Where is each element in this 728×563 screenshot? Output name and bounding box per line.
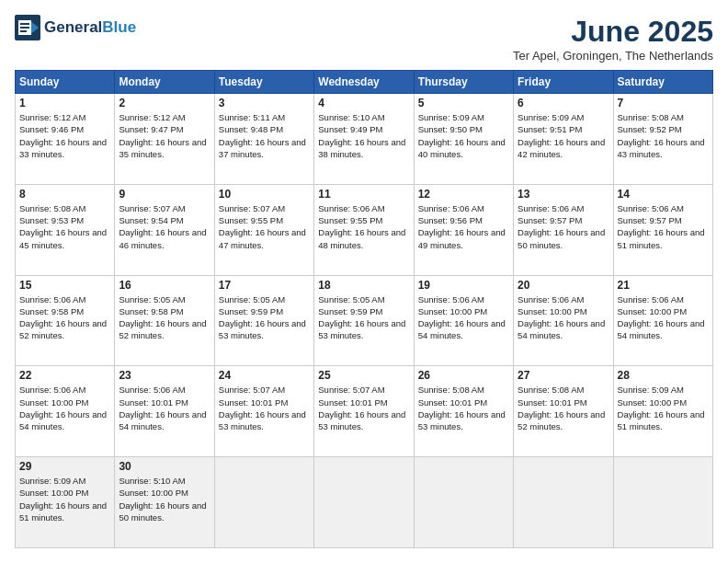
sunrise-label: Sunrise: 5:05 AM [219, 294, 285, 304]
day-number: 14 [618, 188, 709, 201]
sunset-label: Sunset: 9:58 PM [119, 306, 183, 316]
sunset-label: Sunset: 9:47 PM [119, 124, 183, 134]
sunset-label: Sunset: 10:01 PM [418, 397, 488, 408]
day-number: 15 [19, 279, 110, 292]
sunset-label: Sunset: 9:53 PM [19, 215, 84, 225]
table-row [314, 457, 414, 548]
day-number: 20 [518, 279, 609, 292]
day-info: Sunrise: 5:12 AM Sunset: 9:47 PM Dayligh… [119, 111, 210, 160]
table-row: 4 Sunrise: 5:10 AM Sunset: 9:49 PM Dayli… [314, 94, 414, 185]
daylight-label: Daylight: 16 hours and 50 minutes. [518, 227, 605, 249]
day-number: 30 [119, 460, 210, 473]
day-info: Sunrise: 5:10 AM Sunset: 10:00 PM Daylig… [119, 475, 210, 523]
daylight-label: Daylight: 16 hours and 53 minutes. [318, 409, 405, 431]
table-row: 29 Sunrise: 5:09 AM Sunset: 10:00 PM Day… [16, 457, 115, 548]
header: GeneralBlue June 2025 Ter Apel, Groninge… [15, 15, 713, 63]
day-info: Sunrise: 5:07 AM Sunset: 9:55 PM Dayligh… [219, 202, 310, 251]
day-info: Sunrise: 5:08 AM Sunset: 9:52 PM Dayligh… [618, 111, 709, 160]
sunrise-label: Sunrise: 5:06 AM [618, 203, 684, 213]
daylight-label: Daylight: 16 hours and 40 minutes. [418, 137, 506, 159]
logo: GeneralBlue [15, 15, 136, 40]
sunrise-label: Sunrise: 5:12 AM [19, 112, 85, 122]
sunrise-label: Sunrise: 5:06 AM [518, 203, 584, 213]
day-info: Sunrise: 5:08 AM Sunset: 9:53 PM Dayligh… [19, 202, 110, 251]
day-number: 19 [418, 279, 509, 292]
daylight-label: Daylight: 16 hours and 45 minutes. [19, 227, 107, 249]
sunrise-label: Sunrise: 5:06 AM [119, 385, 185, 395]
day-number: 18 [318, 279, 409, 292]
logo-icon [15, 15, 40, 40]
day-info: Sunrise: 5:05 AM Sunset: 9:59 PM Dayligh… [318, 293, 409, 342]
col-wednesday: Wednesday [314, 71, 414, 94]
location: Ter Apel, Groningen, The Netherlands [513, 49, 713, 63]
svg-rect-4 [20, 27, 29, 29]
col-friday: Friday [514, 71, 613, 94]
table-row: 25 Sunrise: 5:07 AM Sunset: 10:01 PM Day… [314, 366, 414, 457]
sunset-label: Sunset: 9:56 PM [418, 215, 483, 225]
day-info: Sunrise: 5:10 AM Sunset: 9:49 PM Dayligh… [318, 111, 409, 160]
daylight-label: Daylight: 16 hours and 46 minutes. [119, 227, 206, 249]
table-row: 5 Sunrise: 5:09 AM Sunset: 9:50 PM Dayli… [414, 94, 513, 185]
sunrise-label: Sunrise: 5:05 AM [318, 294, 384, 304]
sunrise-label: Sunrise: 5:07 AM [119, 203, 185, 213]
sunrise-label: Sunrise: 5:08 AM [418, 385, 484, 395]
day-number: 10 [219, 188, 310, 201]
sunset-label: Sunset: 9:46 PM [19, 124, 84, 134]
table-row: 7 Sunrise: 5:08 AM Sunset: 9:52 PM Dayli… [613, 94, 712, 185]
daylight-label: Daylight: 16 hours and 38 minutes. [318, 137, 405, 159]
day-info: Sunrise: 5:08 AM Sunset: 10:01 PM Daylig… [418, 384, 509, 432]
day-info: Sunrise: 5:08 AM Sunset: 10:01 PM Daylig… [518, 384, 609, 432]
sunrise-label: Sunrise: 5:07 AM [219, 203, 285, 213]
sunrise-label: Sunrise: 5:08 AM [19, 203, 85, 213]
day-number: 22 [19, 369, 110, 382]
calendar-table: Sunday Monday Tuesday Wednesday Thursday… [15, 70, 713, 548]
day-info: Sunrise: 5:07 AM Sunset: 9:54 PM Dayligh… [119, 202, 210, 251]
day-number: 29 [19, 460, 110, 473]
sunrise-label: Sunrise: 5:05 AM [119, 294, 185, 304]
sunset-label: Sunset: 10:01 PM [219, 397, 289, 408]
table-row [613, 457, 712, 548]
day-info: Sunrise: 5:06 AM Sunset: 10:00 PM Daylig… [418, 293, 509, 342]
sunrise-label: Sunrise: 5:09 AM [518, 112, 584, 122]
daylight-label: Daylight: 16 hours and 52 minutes. [518, 409, 605, 431]
sunset-label: Sunset: 10:01 PM [119, 397, 188, 408]
sunset-label: Sunset: 9:55 PM [318, 215, 382, 225]
daylight-label: Daylight: 16 hours and 42 minutes. [518, 137, 605, 159]
sunrise-label: Sunrise: 5:08 AM [518, 385, 584, 395]
col-saturday: Saturday [613, 71, 712, 94]
table-row: 20 Sunrise: 5:06 AM Sunset: 10:00 PM Day… [514, 275, 613, 366]
daylight-label: Daylight: 16 hours and 51 minutes. [618, 227, 705, 249]
daylight-label: Daylight: 16 hours and 35 minutes. [119, 137, 206, 159]
day-info: Sunrise: 5:06 AM Sunset: 10:00 PM Daylig… [518, 293, 609, 342]
sunrise-label: Sunrise: 5:10 AM [318, 112, 384, 122]
daylight-label: Daylight: 16 hours and 37 minutes. [219, 137, 306, 159]
sunrise-label: Sunrise: 5:09 AM [618, 385, 684, 395]
day-number: 8 [19, 188, 110, 201]
day-number: 23 [119, 369, 210, 382]
day-info: Sunrise: 5:11 AM Sunset: 9:48 PM Dayligh… [219, 111, 310, 160]
day-number: 2 [119, 97, 210, 109]
daylight-label: Daylight: 16 hours and 54 minutes. [418, 318, 506, 340]
sunrise-label: Sunrise: 5:07 AM [318, 385, 384, 395]
day-info: Sunrise: 5:06 AM Sunset: 9:58 PM Dayligh… [19, 293, 110, 342]
table-row: 27 Sunrise: 5:08 AM Sunset: 10:01 PM Day… [514, 366, 613, 457]
daylight-label: Daylight: 16 hours and 50 minutes. [119, 500, 206, 523]
sunrise-label: Sunrise: 5:10 AM [119, 476, 185, 486]
day-info: Sunrise: 5:09 AM Sunset: 10:00 PM Daylig… [618, 384, 709, 432]
sunset-label: Sunset: 9:59 PM [318, 306, 382, 316]
calendar-week-row: 8 Sunrise: 5:08 AM Sunset: 9:53 PM Dayli… [16, 184, 713, 275]
sunrise-label: Sunrise: 5:06 AM [518, 294, 584, 304]
title-block: June 2025 Ter Apel, Groningen, The Nethe… [513, 15, 713, 63]
calendar-week-row: 29 Sunrise: 5:09 AM Sunset: 10:00 PM Day… [16, 457, 713, 548]
table-row: 3 Sunrise: 5:11 AM Sunset: 9:48 PM Dayli… [214, 94, 313, 185]
calendar-week-row: 15 Sunrise: 5:06 AM Sunset: 9:58 PM Dayl… [16, 275, 713, 366]
daylight-label: Daylight: 16 hours and 54 minutes. [618, 318, 705, 340]
day-number: 24 [219, 369, 310, 382]
sunset-label: Sunset: 9:52 PM [618, 124, 682, 134]
daylight-label: Daylight: 16 hours and 33 minutes. [19, 137, 107, 159]
daylight-label: Daylight: 16 hours and 53 minutes. [219, 318, 306, 340]
sunset-label: Sunset: 10:00 PM [418, 306, 488, 316]
day-number: 28 [618, 369, 709, 382]
sunset-label: Sunset: 9:59 PM [219, 306, 283, 316]
day-number: 12 [418, 188, 509, 201]
